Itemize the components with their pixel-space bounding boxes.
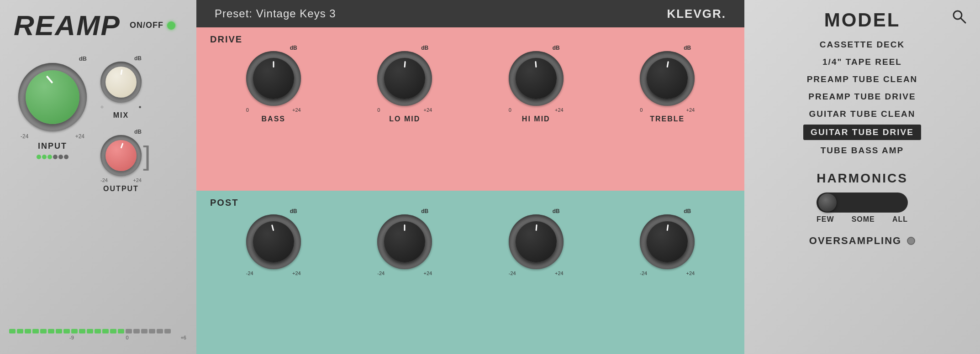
model-item-tape-reel[interactable]: 1/4" TAPE REEL bbox=[817, 55, 907, 69]
drive-himid-knob[interactable] bbox=[509, 51, 564, 106]
output-scale-high: +24 bbox=[133, 177, 142, 183]
vu-seg-16 bbox=[126, 329, 132, 333]
vu-seg-8 bbox=[63, 329, 70, 333]
input-knob[interactable] bbox=[18, 63, 87, 131]
drive-lomid-knob[interactable] bbox=[377, 51, 432, 106]
vu-seg-1 bbox=[9, 329, 16, 333]
post-bass-knob[interactable] bbox=[246, 214, 301, 269]
model-item-guitar-clean[interactable]: GUITAR TUBE CLEAN bbox=[803, 107, 921, 121]
drive-himid-label: HI MID bbox=[522, 115, 550, 123]
model-title: MODEL bbox=[824, 9, 901, 31]
model-item-cassette[interactable]: CASSETTE DECK bbox=[814, 38, 910, 52]
drive-lomid-wrap: dB 0 +24 LO MID bbox=[377, 45, 432, 123]
model-item-preamp-drive[interactable]: PREAMP TUBE DRIVE bbox=[803, 90, 921, 104]
vu-dot-3 bbox=[47, 155, 52, 159]
drive-himid-scale: 0 +24 bbox=[509, 107, 564, 113]
post-treble-db: dB bbox=[684, 208, 691, 214]
drive-bass-db: dB bbox=[290, 45, 297, 51]
vu-seg-14 bbox=[110, 329, 116, 333]
vu-dot-1 bbox=[37, 155, 41, 159]
vu-seg-2 bbox=[17, 329, 23, 333]
vu-seg-10 bbox=[79, 329, 85, 333]
model-item-preamp-clean[interactable]: PREAMP TUBE CLEAN bbox=[801, 73, 923, 86]
drive-bass-scale-high: +24 bbox=[292, 107, 301, 113]
harmonics-section: HARMONICS FEW SOME ALL bbox=[763, 171, 962, 224]
on-off-toggle[interactable] bbox=[167, 21, 175, 30]
drive-treble-knob[interactable] bbox=[640, 51, 695, 106]
post-lomid-scale-high: +24 bbox=[424, 271, 432, 276]
drive-himid-wrap: dB 0 +24 HI MID bbox=[509, 45, 564, 123]
model-list: CASSETTE DECK 1/4" TAPE REEL PREAMP TUBE… bbox=[763, 38, 962, 157]
post-treble-scale: -24 +24 bbox=[640, 271, 695, 276]
drive-lomid-scale: 0 +24 bbox=[377, 107, 432, 113]
vu-scale-0: 0 bbox=[126, 335, 129, 340]
vu-seg-12 bbox=[95, 329, 101, 333]
mix-db-label: dB bbox=[134, 55, 142, 62]
input-knob-marker bbox=[46, 75, 53, 83]
drive-bass-scale-low: 0 bbox=[246, 107, 249, 113]
oversampling-title: OVERSAMPLING bbox=[809, 235, 901, 247]
drive-bass-knob[interactable] bbox=[246, 51, 301, 106]
vu-dot-4 bbox=[53, 155, 58, 159]
post-lomid-wrap: dB -24 +24 bbox=[377, 208, 432, 276]
drive-lomid-scale-high: +24 bbox=[424, 107, 432, 113]
vu-seg-3 bbox=[25, 329, 31, 333]
drive-knobs-row: dB 0 +24 BASS dB bbox=[210, 45, 731, 123]
output-knob[interactable] bbox=[100, 135, 142, 176]
post-lomid-inner bbox=[384, 221, 425, 262]
post-treble-knob[interactable] bbox=[640, 214, 695, 269]
model-item-tube-bass[interactable]: TUBE BASS AMP bbox=[815, 144, 910, 157]
mix-knob[interactable] bbox=[100, 62, 142, 103]
harmonics-label-some: SOME bbox=[852, 215, 875, 224]
right-panel: MODEL CASSETTE DECK 1/4" TAPE REEL PREAM… bbox=[744, 0, 980, 354]
post-section: POST dB -24 +24 dB bbox=[196, 191, 744, 354]
vu-seg-5 bbox=[40, 329, 47, 333]
left-panel: REAMP ON/OFF dB -24 +24 INPUT bbox=[0, 0, 196, 354]
vu-seg-9 bbox=[71, 329, 78, 333]
drive-lomid-label: LO MID bbox=[389, 115, 420, 123]
post-lomid-knob[interactable] bbox=[377, 214, 432, 269]
drive-section: DRIVE dB 0 +24 BASS dB bbox=[196, 27, 744, 191]
vu-dot-2 bbox=[42, 155, 47, 159]
drive-lomid-inner bbox=[384, 58, 425, 99]
vu-bar-section: -9 0 +6 bbox=[9, 328, 187, 340]
drive-treble-scale-low: 0 bbox=[640, 107, 643, 113]
output-db-label: dB bbox=[134, 129, 142, 135]
drive-himid-db: dB bbox=[553, 45, 560, 51]
on-off-label: ON/OFF bbox=[130, 21, 163, 30]
vu-seg-11 bbox=[87, 329, 93, 333]
drive-bass-label: BASS bbox=[262, 115, 285, 123]
input-knob-container: dB -24 +24 INPUT bbox=[14, 55, 91, 159]
post-himid-inner bbox=[516, 221, 557, 262]
drive-title: DRIVE bbox=[210, 34, 242, 44]
post-bass-scale-high: +24 bbox=[292, 271, 301, 276]
output-knob-inner bbox=[105, 140, 137, 171]
harmonics-label-few: FEW bbox=[817, 215, 834, 224]
drive-bass-wrap: dB 0 +24 BASS bbox=[246, 45, 301, 123]
oversampling-toggle[interactable] bbox=[907, 237, 915, 245]
post-lomid-marker bbox=[404, 224, 406, 231]
harmonics-slider-wrap: FEW SOME ALL bbox=[817, 193, 908, 224]
small-knobs-col: dB ○ ● MIX dB bbox=[100, 55, 142, 193]
bracket-right: ] bbox=[143, 142, 151, 170]
post-himid-knob[interactable] bbox=[509, 214, 564, 269]
vu-seg-19 bbox=[149, 329, 155, 333]
harmonics-labels: FEW SOME ALL bbox=[817, 215, 908, 224]
middle-header: Preset: Vintage Keys 3 KLEVGR. bbox=[196, 0, 744, 27]
post-title: POST bbox=[210, 198, 238, 208]
drive-bass-inner bbox=[253, 58, 294, 99]
post-treble-wrap: dB -24 +24 bbox=[640, 208, 695, 276]
post-himid-scale-low: -24 bbox=[509, 271, 516, 276]
post-lomid-scale: -24 +24 bbox=[377, 271, 432, 276]
output-knob-container: dB -24 +24 OUTPUT ] bbox=[100, 129, 142, 193]
output-knob-marker bbox=[121, 143, 124, 148]
vu-scale-plus6: +6 bbox=[180, 335, 186, 340]
drive-lomid-marker bbox=[404, 61, 406, 68]
mix-scale-indicator: ○ bbox=[100, 104, 104, 109]
harmonics-slider[interactable] bbox=[817, 193, 908, 213]
post-himid-db: dB bbox=[553, 208, 560, 214]
mix-knob-marker bbox=[121, 69, 123, 75]
output-scale-low: -24 bbox=[100, 177, 108, 183]
search-icon-wrap[interactable] bbox=[952, 9, 966, 26]
model-item-guitar-drive[interactable]: GUITAR TUBE DRIVE bbox=[803, 125, 921, 140]
